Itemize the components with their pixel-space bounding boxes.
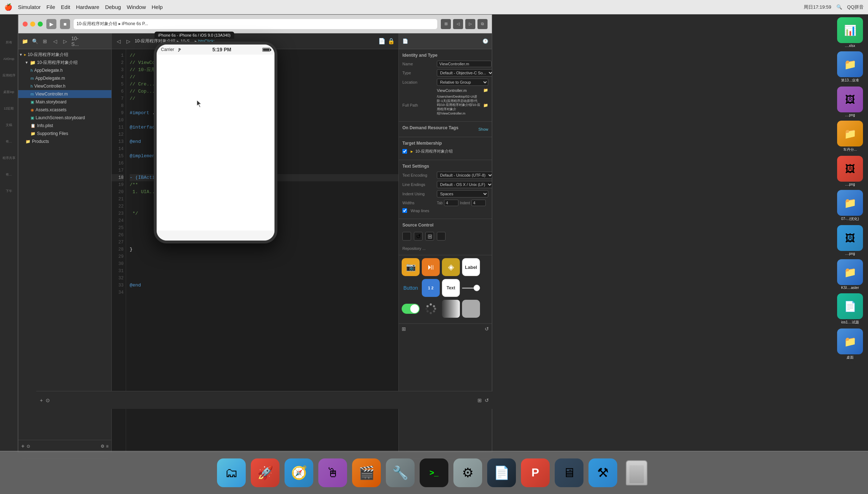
location-select[interactable]: Relative to Group bbox=[437, 79, 488, 86]
sidebar-f[interactable]: 下午 bbox=[3, 185, 15, 197]
nav-folder-icon[interactable]: 📁 bbox=[21, 38, 28, 45]
sidebar-airdrop[interactable]: AirDrop bbox=[3, 52, 15, 65]
add-file-btn[interactable]: + bbox=[21, 443, 24, 449]
encoding-select[interactable]: Default - Unicode (UTF-8) bbox=[437, 172, 492, 179]
menu-window[interactable]: Window bbox=[127, 4, 146, 10]
rp-clock-icon[interactable]: 🕐 bbox=[483, 38, 488, 44]
tab-width-input[interactable] bbox=[444, 200, 458, 206]
ui-comp-text[interactable]: Text bbox=[442, 279, 460, 297]
dock-tools[interactable]: 🔧 bbox=[386, 458, 415, 487]
bottom-circle-icon[interactable]: ⊙ bbox=[46, 397, 50, 403]
split-view-btn[interactable]: ⧉ bbox=[477, 19, 488, 29]
nav-search-icon[interactable]: 🔍 bbox=[31, 38, 38, 45]
desk-icon-car[interactable]: 📁 bbox=[837, 121, 863, 146]
fullpath-folder-icon[interactable]: 📁 bbox=[483, 103, 488, 108]
dock-settings[interactable]: ⚙ bbox=[453, 458, 482, 487]
sidebar-recent[interactable]: 12近期 bbox=[3, 102, 15, 115]
nav-chevron-left[interactable]: ◁ bbox=[51, 38, 59, 45]
desk-icon-png1[interactable]: 🖼 bbox=[837, 87, 863, 112]
desk-icon-ksi[interactable]: 📁 bbox=[837, 259, 863, 285]
minimize-button[interactable] bbox=[30, 22, 35, 27]
ui-comp-cube[interactable]: ◈ bbox=[442, 258, 460, 276]
desk-icon-desktop[interactable]: 📁 bbox=[837, 328, 863, 354]
editor-lock-icon[interactable]: 🔒 bbox=[388, 38, 395, 45]
apple-menu[interactable]: 🍎 bbox=[4, 3, 12, 11]
sc-icon2[interactable]: ↺ bbox=[414, 232, 423, 241]
sc-icon1[interactable] bbox=[402, 232, 411, 241]
bottom-grid-icon[interactable]: ⊞ bbox=[477, 397, 482, 403]
sidebar-keyboard[interactable]: 程序共享 bbox=[3, 152, 15, 164]
desk-icon-ios1[interactable]: 📄 bbox=[837, 293, 863, 319]
rp-doc-icon[interactable]: 📄 bbox=[402, 38, 408, 44]
code-forward-btn[interactable]: ▷ bbox=[125, 37, 132, 46]
dock-monitor[interactable]: 🖥 bbox=[555, 458, 583, 487]
maximize-button[interactable] bbox=[38, 22, 43, 27]
ui-comp-toggle[interactable] bbox=[402, 304, 420, 314]
forward-btn[interactable]: ▷ bbox=[465, 19, 475, 29]
dock-launchpad[interactable]: 🚀 bbox=[251, 458, 280, 487]
type-select[interactable]: Default - Objective-C So... bbox=[437, 69, 492, 76]
sidebar-all[interactable]: 所有 bbox=[3, 36, 15, 49]
dock-mouse[interactable]: 🖱 bbox=[318, 458, 347, 487]
desk-icon-07[interactable]: 📁 bbox=[837, 190, 863, 216]
ui-comp-gray[interactable] bbox=[462, 300, 480, 318]
bottom-refresh-icon[interactable]: ↺ bbox=[485, 397, 489, 403]
dock-p-app[interactable]: P bbox=[521, 458, 550, 487]
grid-view-btn[interactable]: ⊞ bbox=[441, 19, 451, 29]
dock-terminal[interactable]: >_ bbox=[420, 458, 448, 487]
menu-file[interactable]: File bbox=[46, 4, 55, 10]
sort-icon[interactable]: ≡ bbox=[106, 444, 108, 449]
ui-comp-slider[interactable] bbox=[462, 283, 480, 293]
menu-debug[interactable]: Debug bbox=[105, 4, 121, 10]
run-button[interactable]: ▶ bbox=[46, 19, 56, 29]
editor-ctrl-icon2[interactable]: ↺ bbox=[485, 326, 489, 332]
tree-app-folder[interactable]: ▾ 📁 10-应用程序对象介绍 bbox=[18, 59, 111, 66]
name-input[interactable] bbox=[437, 61, 491, 67]
ui-comp-button[interactable]: Button bbox=[402, 279, 420, 297]
desk-icon-xlsx[interactable]: 📊 bbox=[837, 17, 863, 43]
target-checkbox[interactable] bbox=[402, 149, 407, 154]
ui-comp-media[interactable]: ⏯ bbox=[422, 258, 440, 276]
tree-main-storyboard[interactable]: ▣ Main.storyboard bbox=[18, 98, 111, 106]
menubar-search-icon[interactable]: 🔍 bbox=[836, 4, 842, 10]
tree-launch-storyboard[interactable]: ▣ LaunchScreen.storyboard bbox=[18, 114, 111, 122]
dock-docs[interactable]: 📄 bbox=[487, 458, 516, 487]
ui-comp-camera[interactable]: 📷 bbox=[402, 258, 420, 276]
close-button[interactable] bbox=[23, 22, 28, 27]
sidebar-desktop[interactable]: 桌面iop bbox=[3, 85, 15, 98]
menu-hardware[interactable]: Hardware bbox=[76, 4, 99, 10]
dock-finder[interactable]: 🗂 bbox=[217, 458, 246, 487]
ui-comp-activity[interactable] bbox=[422, 300, 440, 318]
dock-video[interactable]: 🎬 bbox=[352, 458, 381, 487]
ios-simulator[interactable]: Carrier 5:19 PM bbox=[154, 42, 277, 243]
sim-home-area[interactable] bbox=[157, 230, 274, 241]
nav-grid-icon[interactable]: ⊞ bbox=[41, 38, 49, 45]
sidebar-more[interactable]: 有... bbox=[3, 135, 15, 148]
tree-appdelegate-h[interactable]: h AppDelegate.h bbox=[18, 66, 111, 74]
line-endings-select[interactable]: Default - OS X / Unix (LF) bbox=[437, 181, 492, 188]
nav-file-icon[interactable]: 10-S... bbox=[71, 38, 79, 45]
menu-edit[interactable]: Edit bbox=[61, 4, 70, 10]
indent-width-input[interactable] bbox=[471, 200, 486, 206]
desk-icon-13[interactable]: 📁 bbox=[837, 51, 863, 77]
sidebar-apps[interactable]: 应用程序 bbox=[3, 69, 15, 82]
sc-icon3[interactable]: ⊞ bbox=[425, 232, 434, 241]
sc-icon4[interactable] bbox=[437, 232, 445, 241]
path-folder-icon[interactable]: 📁 bbox=[483, 88, 488, 93]
desk-icon-png3[interactable]: 🖼 bbox=[837, 225, 863, 251]
menu-simulator[interactable]: Simulator bbox=[18, 4, 41, 10]
dock-trash[interactable] bbox=[622, 458, 651, 487]
indent-select[interactable]: Spaces bbox=[437, 190, 488, 197]
desk-icon-png2[interactable]: 🖼 bbox=[837, 156, 863, 182]
tree-products[interactable]: 📁 Products bbox=[18, 138, 111, 145]
tree-assets[interactable]: ◉ Assets.xcassets bbox=[18, 106, 111, 114]
tree-viewcontroller-h[interactable]: h ViewController.h bbox=[18, 82, 111, 90]
ui-comp-stepper[interactable]: 1 2 bbox=[422, 279, 440, 297]
ui-comp-gradient[interactable] bbox=[442, 300, 460, 318]
editor-ctrl-icon1[interactable]: ⊞ bbox=[402, 326, 406, 332]
sidebar-docs[interactable]: 文稿 bbox=[3, 118, 15, 131]
tree-supporting-files[interactable]: 📁 Supporting Files bbox=[18, 130, 111, 138]
dock-safari[interactable]: 🧭 bbox=[285, 458, 313, 487]
code-back-btn[interactable]: ◁ bbox=[115, 37, 122, 46]
stop-button[interactable]: ■ bbox=[60, 19, 70, 29]
